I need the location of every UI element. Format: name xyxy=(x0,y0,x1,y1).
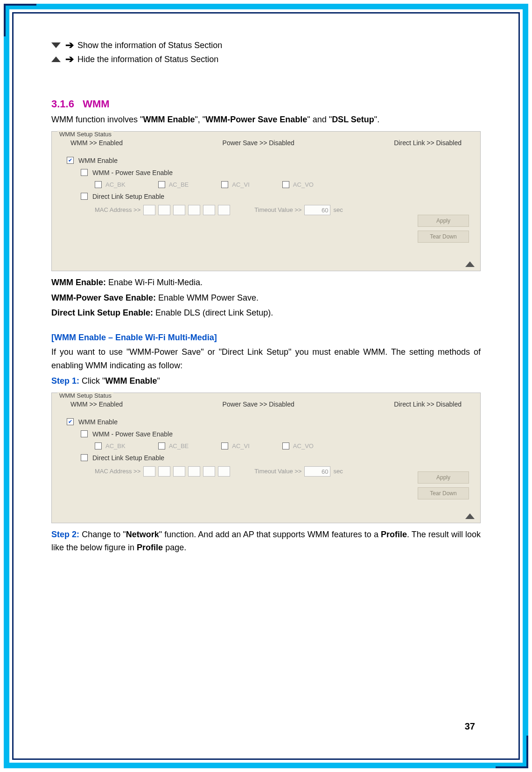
ac-row: AC_BK AC_BE AC_VI AC_VO xyxy=(95,181,475,188)
status-row: WMM >> Enabled Power Save >> Disabled Di… xyxy=(57,136,475,152)
mac-input[interactable] xyxy=(143,466,155,477)
def-dls: Direct Link Setup Enable: Enable DLS (di… xyxy=(51,306,481,320)
dls-label: Direct Link Setup Enable xyxy=(92,454,164,462)
checkbox-icon xyxy=(221,442,228,449)
step2: Step 2: Change to "Network" function. An… xyxy=(51,528,481,555)
mac-input[interactable] xyxy=(143,205,155,215)
wmm-enable-row[interactable]: ✔ WMM Enable xyxy=(67,157,475,164)
checkbox-icon xyxy=(221,181,228,188)
checkbox-icon xyxy=(282,181,289,188)
fieldset-legend: WMM Setup Status xyxy=(57,131,113,138)
status-direct: Direct Link >> Disabled xyxy=(394,139,462,147)
legend-show-text: Show the information of Status Section xyxy=(77,41,222,50)
checkbox-icon[interactable] xyxy=(81,169,88,176)
arrow-right-icon: ➔ xyxy=(65,39,74,51)
checkbox-checked-icon[interactable]: ✔ xyxy=(67,418,74,425)
mac-input[interactable] xyxy=(158,205,170,215)
triangle-down-icon xyxy=(51,42,61,48)
wmm-enable-label: WMM Enable xyxy=(78,418,118,426)
fieldset-legend: WMM Setup Status xyxy=(57,392,113,399)
checkbox-icon[interactable] xyxy=(81,193,88,200)
mac-input[interactable] xyxy=(173,205,185,215)
power-save-row[interactable]: WMM - Power Save Enable xyxy=(81,169,475,176)
wmm-enable-row[interactable]: ✔ WMM Enable xyxy=(67,418,475,426)
power-save-label: WMM - Power Save Enable xyxy=(92,169,173,176)
legend-hide: ➔ Hide the information of Status Section xyxy=(51,53,481,65)
mac-label: MAC Address >> xyxy=(95,468,140,475)
status-direct: Direct Link >> Disabled xyxy=(394,400,462,408)
checkbox-icon xyxy=(95,442,102,449)
step1: Step 1: Click "WMM Enable" xyxy=(51,374,481,388)
apply-button[interactable]: Apply xyxy=(418,471,469,484)
mac-input[interactable] xyxy=(158,466,170,477)
def-wmm-enable: WMM Enable: Enabe Wi-Fi Multi-Media. xyxy=(51,276,481,289)
step1-label: Step 1: xyxy=(51,376,79,386)
status-power: Power Save >> Disabled xyxy=(223,400,294,408)
arrow-right-icon: ➔ xyxy=(65,53,74,65)
intro-paragraph: WMM function involves "WMM Enable", "WMM… xyxy=(51,113,481,126)
status-power: Power Save >> Disabled xyxy=(223,139,294,147)
mac-input[interactable] xyxy=(203,466,215,477)
sec-label: sec xyxy=(333,206,343,213)
sub1-paragraph: If you want to use "WMM-Power Save" or "… xyxy=(51,345,481,372)
status-row: WMM >> Enabled Power Save >> Disabled Di… xyxy=(57,398,475,414)
checkbox-icon xyxy=(158,442,165,449)
timeout-input[interactable]: 60 xyxy=(304,466,330,477)
ac-row: AC_BK AC_BE AC_VI AC_VO xyxy=(95,442,475,449)
section-heading: 3.1.6 WMM xyxy=(51,98,481,110)
checkbox-icon[interactable] xyxy=(81,454,88,461)
section-title: WMM xyxy=(83,98,109,110)
timeout-label: Timeout Value >> xyxy=(254,468,301,475)
checkbox-checked-icon[interactable]: ✔ xyxy=(67,157,74,164)
section-number: 3.1.6 xyxy=(51,98,74,110)
teardown-button[interactable]: Tear Down xyxy=(418,231,469,243)
collapse-up-icon[interactable] xyxy=(465,261,475,267)
timeout-input[interactable]: 60 xyxy=(304,205,330,215)
legend-show: ➔ Show the information of Status Section xyxy=(51,39,481,51)
mac-input[interactable] xyxy=(188,205,200,215)
checkbox-icon xyxy=(95,181,102,188)
wmm-panel-2: WMM Setup Status WMM >> Enabled Power Sa… xyxy=(51,393,481,523)
checkbox-icon[interactable] xyxy=(81,430,88,437)
mac-input[interactable] xyxy=(203,205,215,215)
page-number: 37 xyxy=(465,721,475,732)
def-power-save: WMM-Power Save Enable: Enable WMM Power … xyxy=(51,291,481,305)
apply-button[interactable]: Apply xyxy=(418,215,469,227)
sec-label: sec xyxy=(333,468,343,475)
power-save-label: WMM - Power Save Enable xyxy=(92,430,173,438)
timeout-label: Timeout Value >> xyxy=(254,206,301,213)
status-wmm: WMM >> Enabled xyxy=(70,400,123,408)
teardown-button[interactable]: Tear Down xyxy=(418,487,469,499)
legend-hide-text: Hide the information of Status Section xyxy=(77,55,218,64)
checkbox-icon xyxy=(158,181,165,188)
mac-input[interactable] xyxy=(218,466,230,477)
collapse-up-icon[interactable] xyxy=(465,513,475,519)
triangle-up-icon xyxy=(51,56,61,62)
wmm-panel-1: WMM Setup Status WMM >> Enabled Power Sa… xyxy=(51,131,481,271)
wmm-enable-label: WMM Enable xyxy=(78,157,118,164)
power-save-row[interactable]: WMM - Power Save Enable xyxy=(81,430,475,438)
status-wmm: WMM >> Enabled xyxy=(70,139,123,147)
mac-input[interactable] xyxy=(173,466,185,477)
dls-row[interactable]: Direct Link Setup Enable xyxy=(81,193,475,200)
mac-input[interactable] xyxy=(188,466,200,477)
checkbox-icon xyxy=(282,442,289,449)
dls-row[interactable]: Direct Link Setup Enable xyxy=(81,454,475,462)
subsection-heading: [WMM Enable – Enable Wi-Fi Multi-Media] xyxy=(51,333,481,343)
mac-input[interactable] xyxy=(218,205,230,215)
mac-label: MAC Address >> xyxy=(95,206,140,213)
dls-label: Direct Link Setup Enable xyxy=(92,193,164,200)
mac-row: MAC Address >> Timeout Value >> 60 sec xyxy=(95,205,475,215)
step2-label: Step 2: xyxy=(51,530,79,539)
